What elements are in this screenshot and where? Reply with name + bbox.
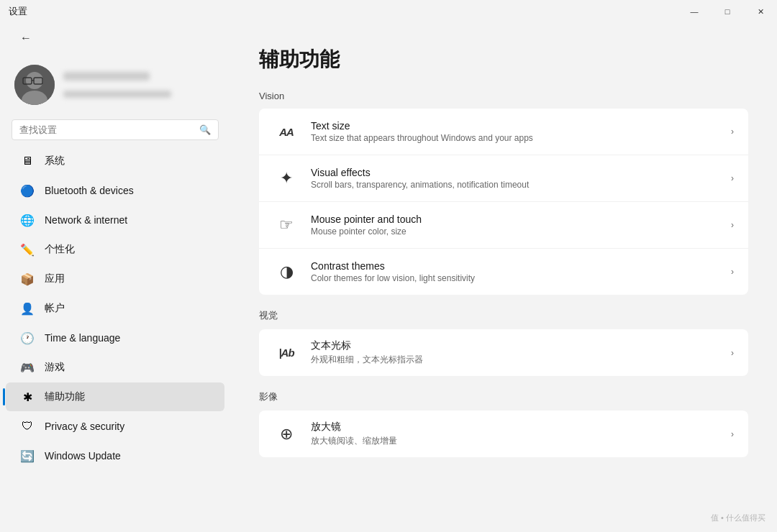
sidebar-item-system[interactable]: 🖥系统: [6, 147, 224, 175]
sections-container: VisionAAText sizeText size that appears …: [259, 91, 748, 457]
settings-group-vision: AAText sizeText size that appears throug…: [259, 109, 748, 295]
sidebar-item-gaming[interactable]: 🎮游戏: [6, 353, 224, 382]
visual-effects-chevron: ›: [731, 173, 734, 183]
time-icon: 🕐: [20, 331, 35, 345]
accounts-icon: 👤: [20, 301, 35, 316]
apps-icon: 📦: [20, 272, 35, 286]
sidebar-item-personalization[interactable]: ✏️个性化: [6, 235, 224, 264]
magnifier-text: 放大镜放大镜阅读、缩放增量: [311, 421, 719, 447]
search-box[interactable]: 🔍: [12, 119, 219, 140]
sidebar-item-accounts[interactable]: 👤帐户: [6, 294, 224, 323]
mouse-pointer-chevron: ›: [731, 220, 734, 230]
maximize-button[interactable]: □: [711, 0, 744, 23]
sidebar-label-personalization: 个性化: [45, 243, 75, 256]
close-button[interactable]: ✕: [744, 0, 777, 23]
watermark: 值 • 什么值得买: [711, 513, 765, 523]
visual-effects-text: Visual effectsScroll bars, transparency,…: [311, 167, 719, 190]
sidebar-label-system: 系统: [45, 155, 65, 168]
title-bar-controls: — □ ✕: [678, 0, 777, 23]
sidebar: ←: [0, 23, 230, 532]
sidebar-nav: 🖥系统🔵Bluetooth & devices🌐Network & intern…: [0, 146, 230, 471]
privacy-icon: 🛡: [20, 419, 35, 434]
gaming-icon: 🎮: [20, 360, 35, 375]
sidebar-label-time: Time & language: [45, 332, 120, 344]
sidebar-item-time[interactable]: 🕐Time & language: [6, 324, 224, 352]
section-label-yingxiang: 影像: [259, 390, 748, 403]
magnifier-chevron: ›: [731, 429, 734, 439]
app-container: ←: [0, 23, 777, 532]
title-bar-title: 设置: [9, 5, 27, 18]
search-input[interactable]: [19, 124, 194, 135]
text-cursor-chevron: ›: [731, 348, 734, 358]
sidebar-label-apps: 应用: [45, 272, 65, 285]
text-cursor-text: 文本光标外观和粗细，文本光标指示器: [311, 339, 719, 366]
accessibility-icon: ✱: [20, 390, 35, 404]
text-cursor-desc: 外观和粗细，文本光标指示器: [311, 354, 719, 366]
text-size-chevron: ›: [731, 127, 734, 137]
contrast-themes-desc: Color themes for low vision, light sensi…: [311, 273, 719, 283]
sidebar-item-update[interactable]: 🔄Windows Update: [6, 441, 224, 470]
settings-item-magnifier[interactable]: ⊕放大镜放大镜阅读、缩放增量›: [259, 411, 748, 457]
section-label-vision: Vision: [259, 91, 748, 101]
sidebar-item-apps[interactable]: 📦应用: [6, 265, 224, 293]
avatar: [14, 65, 55, 105]
user-email: [63, 91, 171, 98]
system-icon: 🖥: [20, 154, 35, 168]
sidebar-item-accessibility[interactable]: ✱辅助功能: [6, 382, 224, 411]
settings-item-visual-effects[interactable]: ✦Visual effectsScroll bars, transparency…: [259, 155, 748, 202]
update-icon: 🔄: [20, 449, 35, 463]
bluetooth-icon: 🔵: [20, 183, 35, 198]
sidebar-label-network: Network & internet: [45, 214, 127, 226]
sidebar-label-accounts: 帐户: [45, 302, 65, 315]
sidebar-label-privacy: Privacy & security: [45, 421, 124, 432]
back-icon: ←: [20, 32, 32, 45]
network-icon: 🌐: [20, 213, 35, 227]
main-content: 辅助功能 VisionAAText sizeText size that app…: [230, 23, 777, 532]
section-label-shijue: 视觉: [259, 309, 748, 322]
sidebar-label-gaming: 游戏: [45, 361, 65, 374]
minimize-button[interactable]: —: [678, 0, 711, 23]
mouse-pointer-icon: ☞: [273, 212, 299, 238]
sidebar-item-privacy[interactable]: 🛡Privacy & security: [6, 412, 224, 441]
sidebar-item-bluetooth[interactable]: 🔵Bluetooth & devices: [6, 176, 224, 205]
settings-item-text-size[interactable]: AAText sizeText size that appears throug…: [259, 109, 748, 155]
text-size-icon: AA: [273, 119, 299, 145]
back-button[interactable]: ←: [6, 26, 224, 50]
text-size-title: Text size: [311, 120, 719, 132]
settings-item-contrast-themes[interactable]: ◑Contrast themesColor themes for low vis…: [259, 249, 748, 295]
mouse-pointer-desc: Mouse pointer color, size: [311, 226, 719, 237]
contrast-themes-text: Contrast themesColor themes for low visi…: [311, 260, 719, 283]
magnifier-desc: 放大镜阅读、缩放增量: [311, 435, 719, 447]
sidebar-label-update: Windows Update: [45, 450, 121, 462]
text-cursor-icon: |Ab: [273, 340, 299, 366]
magnifier-title: 放大镜: [311, 421, 719, 434]
svg-point-1: [26, 72, 43, 89]
page-title: 辅助功能: [259, 46, 748, 73]
title-bar: 设置 — □ ✕: [0, 0, 777, 23]
visual-effects-icon: ✦: [273, 165, 299, 191]
mouse-pointer-title: Mouse pointer and touch: [311, 214, 719, 225]
magnifier-icon: ⊕: [273, 421, 299, 447]
user-profile[interactable]: [0, 53, 230, 116]
settings-item-mouse-pointer[interactable]: ☞Mouse pointer and touchMouse pointer co…: [259, 202, 748, 249]
title-bar-left: 设置: [9, 5, 27, 18]
visual-effects-title: Visual effects: [311, 167, 719, 178]
text-size-text: Text sizeText size that appears througho…: [311, 120, 719, 143]
sidebar-label-accessibility: 辅助功能: [45, 390, 85, 403]
contrast-themes-chevron: ›: [731, 267, 734, 277]
user-name: [63, 72, 150, 81]
settings-item-text-cursor[interactable]: |Ab文本光标外观和粗细，文本光标指示器›: [259, 329, 748, 376]
settings-group-yingxiang: ⊕放大镜放大镜阅读、缩放增量›: [259, 411, 748, 457]
mouse-pointer-text: Mouse pointer and touchMouse pointer col…: [311, 214, 719, 237]
visual-effects-desc: Scroll bars, transparency, animations, n…: [311, 180, 719, 190]
personalization-icon: ✏️: [20, 242, 35, 257]
sidebar-item-network[interactable]: 🌐Network & internet: [6, 206, 224, 234]
text-cursor-title: 文本光标: [311, 339, 719, 352]
contrast-themes-icon: ◑: [273, 259, 299, 285]
sidebar-label-bluetooth: Bluetooth & devices: [45, 185, 134, 196]
search-icon: 🔍: [199, 124, 211, 135]
contrast-themes-title: Contrast themes: [311, 260, 719, 272]
user-info: [63, 72, 171, 98]
settings-group-shijue: |Ab文本光标外观和粗细，文本光标指示器›: [259, 329, 748, 376]
text-size-desc: Text size that appears throughout Window…: [311, 133, 719, 143]
